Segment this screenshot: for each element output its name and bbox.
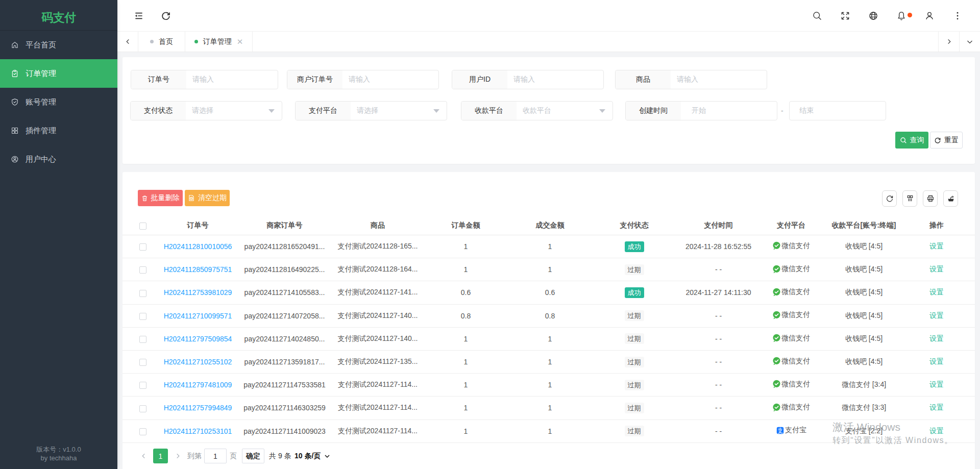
page-confirm-button[interactable]: 确定 [242, 449, 264, 463]
order-no-link[interactable]: H2024112753981029 [164, 288, 232, 297]
filter-product-input[interactable]: 请输入 [671, 70, 767, 89]
app-logo-text: 码支付 [41, 10, 76, 26]
row-checkbox[interactable] [139, 405, 146, 412]
sidebar-item-grid[interactable]: 插件管理 [0, 116, 117, 145]
notification-dot [908, 13, 912, 17]
row-settings-link[interactable]: 设置 [929, 242, 944, 250]
filter-start-time-input[interactable]: 开始 [681, 102, 777, 120]
tab-order-management[interactable]: 订单管理 ✕ [185, 32, 253, 52]
page-next-icon[interactable] [172, 449, 183, 463]
collapse-sidebar-icon[interactable] [129, 0, 149, 31]
row-settings-link[interactable]: 设置 [929, 357, 944, 365]
row-settings-link[interactable]: 设置 [929, 265, 944, 273]
paid-amount: 1 [513, 358, 587, 366]
row-checkbox[interactable] [139, 290, 146, 297]
caret-down-icon [433, 109, 439, 113]
merchant-no: pay202411271147533581 [232, 381, 337, 389]
merchant-no: pay2024112816490225... [232, 265, 337, 274]
row-checkbox[interactable] [139, 428, 146, 435]
row-checkbox[interactable] [139, 382, 146, 389]
page-size-select[interactable]: 10 条/页 [295, 449, 330, 463]
language-globe-icon[interactable] [863, 0, 884, 31]
page-prev-icon[interactable] [138, 449, 149, 463]
row-checkbox[interactable] [139, 359, 146, 366]
order-no-link[interactable]: H2024112710255102 [164, 358, 232, 366]
receiver-platform: 收钱吧 [4:5] [827, 311, 901, 320]
user-icon[interactable] [919, 0, 940, 31]
pay-time: - - [681, 404, 755, 412]
order-no-link[interactable]: H2024112710253101 [164, 427, 232, 435]
order-no-link[interactable]: H2024112797481009 [164, 381, 232, 389]
page-current[interactable]: 1 [153, 449, 168, 463]
column-header: 支付时间 [681, 221, 755, 230]
filter-receive-platform-select[interactable]: 收款平台 [517, 102, 612, 120]
batch-delete-button[interactable]: 批量删除 [138, 190, 183, 206]
search-button[interactable]: 查询 [895, 132, 928, 149]
filter-pay-status: 支付状态 请选择 [130, 101, 282, 120]
order-no-link[interactable]: H2024112850975751 [164, 265, 232, 274]
tabs-scroll-left-icon[interactable] [117, 32, 138, 52]
table-columns-icon[interactable] [902, 190, 917, 207]
row-settings-link[interactable]: 设置 [929, 403, 944, 411]
reset-button[interactable]: 重置 [930, 132, 963, 149]
order-no-link[interactable]: H2024112810010056 [164, 242, 232, 251]
page-unit-label: 页 [230, 449, 237, 463]
filter-pay-status-select[interactable]: 请选择 [186, 102, 282, 120]
row-settings-link[interactable]: 设置 [929, 427, 944, 435]
row-settings-link[interactable]: 设置 [929, 311, 944, 319]
table-refresh-icon[interactable] [882, 190, 897, 207]
pay-time: - - [681, 381, 755, 389]
clear-expired-button[interactable]: 清空过期 [185, 190, 230, 206]
column-header: 收款平台[账号:终端] [827, 221, 901, 230]
filter-end-time-input[interactable]: 结束 [789, 101, 886, 120]
table-print-icon[interactable] [923, 190, 938, 207]
tabs-dropdown-icon[interactable] [959, 32, 980, 52]
paid-amount: 1 [513, 335, 587, 343]
merchant-no: pay2024112816520491... [232, 242, 337, 251]
filter-pay-platform-select[interactable]: 请选择 [351, 102, 447, 120]
order-amount: 1 [419, 381, 513, 389]
order-no-link[interactable]: H2024112797509854 [164, 335, 232, 343]
row-settings-link[interactable]: 设置 [929, 288, 944, 296]
receiver-platform: 收钱吧 [4:5] [827, 242, 901, 251]
refresh-icon [934, 137, 941, 144]
table-export-icon[interactable] [943, 190, 958, 207]
tab-home[interactable]: 首页 [138, 32, 185, 52]
order-no-link[interactable]: H2024112757994849 [164, 404, 232, 412]
row-settings-link[interactable]: 设置 [929, 380, 944, 388]
date-range-separator: - [781, 107, 783, 115]
pay-time: - - [681, 427, 755, 435]
row-checkbox[interactable] [139, 243, 146, 251]
pay-time: - - [681, 312, 755, 320]
row-checkbox[interactable] [139, 313, 146, 320]
row-checkbox[interactable] [139, 336, 146, 343]
status-badge: 过期 [625, 310, 644, 321]
fullscreen-icon[interactable] [835, 0, 855, 31]
refresh-page-icon[interactable] [156, 0, 176, 31]
column-header: 商家订单号 [232, 221, 337, 230]
tab-close-icon[interactable]: ✕ [237, 38, 243, 45]
filter-user-id-input[interactable]: 请输入 [507, 70, 603, 89]
wechat-pay-icon [772, 403, 781, 412]
filter-merchant-no-input[interactable]: 请输入 [342, 70, 438, 89]
row-checkbox[interactable] [139, 266, 146, 274]
paid-amount: 0.6 [513, 288, 587, 297]
sidebar-item-home[interactable]: 平台首页 [0, 31, 117, 59]
page-number-input[interactable]: 1 [204, 449, 227, 463]
product-name: 支付测试20241127-114... [337, 427, 419, 436]
receiver-platform: 收钱吧 [4:5] [827, 288, 901, 297]
search-icon[interactable] [807, 0, 827, 31]
row-settings-link[interactable]: 设置 [929, 334, 944, 342]
more-menu-icon[interactable] [947, 0, 968, 31]
order-no-link[interactable]: H2024112710099571 [164, 312, 232, 320]
pagination: 1 到第 1 页 确定 共 9 条 10 条/页 [122, 449, 975, 463]
sidebar-item-clipboard-check[interactable]: 订单管理 [0, 59, 117, 88]
paid-amount: 1 [513, 381, 587, 389]
notification-bell-icon[interactable] [891, 0, 912, 31]
filter-order-no-input[interactable]: 请输入 [186, 70, 278, 89]
select-all-checkbox[interactable] [139, 223, 146, 230]
receiver-platform: 收钱吧 [4:5] [827, 334, 901, 343]
sidebar-item-shield-check[interactable]: 账号管理 [0, 88, 117, 116]
sidebar-item-user-circle[interactable]: 用户中心 [0, 145, 117, 174]
tabs-scroll-right-icon[interactable] [938, 32, 959, 52]
